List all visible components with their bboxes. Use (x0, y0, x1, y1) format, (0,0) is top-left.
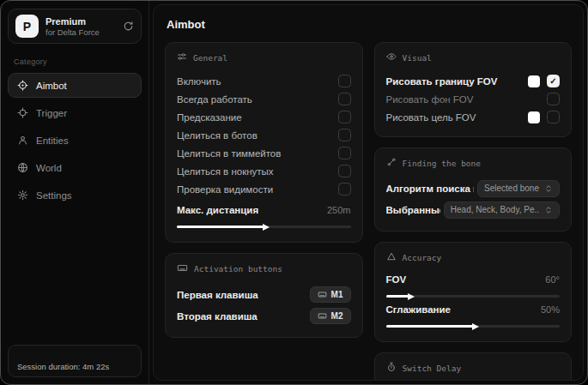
fov-slider-value: 60° (545, 274, 560, 285)
crosshair-icon (17, 80, 28, 91)
product-subtitle: for Delta Force (45, 27, 100, 37)
product-card: P Premium for Delta Force (8, 9, 142, 44)
refresh-icon[interactable] (123, 21, 134, 32)
chevrons-up-down-icon (544, 184, 553, 193)
switch-delay-card: Switch Delay Задержка переключения Задер… (374, 352, 573, 381)
general-card: General Включить Всегда работать Предска… (165, 42, 363, 243)
toggle-row-target-knocked: Целиться в нокнутых (177, 162, 351, 180)
toggle-row-prediction: Предсказание (177, 108, 351, 126)
bone-icon (386, 157, 397, 169)
accuracy-header: Accuracy (386, 251, 561, 263)
smoothing-slider-label: Сглаживание (386, 304, 451, 315)
chevrons-up-down-icon (544, 206, 553, 214)
bone-header: Finding the bone (386, 157, 561, 169)
product-logo: P (15, 15, 39, 38)
session-duration-box: Session duration: 4m 22s (8, 345, 142, 377)
sidebar-item-settings[interactable]: Settings (8, 183, 142, 208)
triangle-icon (386, 251, 397, 263)
first-key-label: Первая клавиша (177, 290, 258, 300)
checkbox-prediction[interactable] (338, 111, 351, 123)
activation-header: Activation buttons (177, 262, 351, 275)
trigger-crosshair-icon (17, 107, 28, 118)
sidebar-item-world[interactable]: World (8, 155, 142, 180)
sidebar-item-label: Entities (36, 135, 69, 146)
accuracy-card: Accuracy FOV 60° Сглаживание (374, 242, 573, 342)
selected-bones-row: Выбранные кости Head, Neck, Body, Pe.. (386, 199, 561, 220)
toggle-row-target-teammates: Целиться в тиммейтов (177, 144, 351, 162)
checkbox-fov-target[interactable] (547, 111, 560, 123)
smoothing-slider-value: 50% (541, 304, 560, 315)
sidebar-item-label: Settings (36, 190, 72, 201)
checkbox-target-knocked[interactable] (338, 165, 351, 177)
visual-header: Visual (386, 51, 561, 63)
keyboard-icon (177, 262, 188, 275)
fov-target-label: Рисовать цель FOV (386, 112, 476, 123)
second-key-button[interactable]: M2 (310, 308, 351, 324)
toggle-row-enable: Включить (177, 72, 351, 90)
smoothing-slider-group: Сглаживание 50% (386, 302, 561, 328)
max-distance-value: 250m (327, 205, 351, 215)
fov-slider-group: FOV 60° (386, 272, 561, 298)
sidebar-item-label: World (36, 163, 62, 173)
toggle-row-target-bots: Целиться в ботов (177, 126, 351, 144)
page-title: Aimbot (167, 18, 570, 31)
sliders-icon (177, 51, 187, 63)
category-label: Category (14, 57, 136, 66)
eye-icon (386, 51, 397, 63)
max-distance-slider[interactable] (177, 226, 351, 228)
finding-bone-card: Finding the bone Алгоритм поиска кости S… (374, 147, 573, 232)
smoothing-slider[interactable] (386, 325, 561, 328)
first-key-button[interactable]: M1 (310, 286, 351, 303)
product-name: Premium (45, 16, 100, 27)
checkbox-always-work[interactable] (338, 93, 351, 105)
fov-border-color-swatch[interactable] (528, 75, 540, 87)
checkbox-fov-border[interactable] (547, 75, 560, 87)
checkbox-enable[interactable] (338, 75, 351, 87)
bone-algorithm-label: Алгоритм поиска кости (386, 183, 475, 194)
entities-person-icon (17, 135, 28, 146)
checkbox-visibility-check[interactable] (338, 183, 351, 196)
fov-slider-label: FOV (386, 274, 407, 285)
session-duration-text: Session duration: 4m 22s (17, 362, 109, 371)
fov-border-row: Рисовать границу FOV (386, 72, 561, 90)
sidebar-item-aimbot[interactable]: Aimbot (8, 73, 142, 98)
main-panel: Aimbot General Включить (153, 4, 584, 381)
toggle-row-visibility-check: Проверка видимости (177, 180, 351, 198)
app-window: P Premium for Delta Force Category Aimbo… (0, 0, 588, 385)
toggle-row-always-work: Всегда работать (177, 90, 351, 108)
selected-bones-select[interactable]: Head, Neck, Body, Pe.. (444, 202, 560, 219)
sidebar-item-trigger[interactable]: Trigger (8, 100, 142, 125)
general-header: General (177, 51, 351, 63)
toggle-label: Проверка видимости (177, 184, 273, 195)
bone-algorithm-row: Алгоритм поиска кости Selected bone (386, 177, 561, 199)
activation-buttons-card: Activation buttons Первая клавиша M1 Вто… (165, 253, 363, 338)
fov-slider[interactable] (386, 295, 561, 298)
sidebar-item-label: Trigger (36, 108, 67, 118)
toggle-label: Целиться в нокнутых (177, 166, 274, 177)
fov-background-row: Рисовать фон FOV (386, 90, 561, 108)
sidebar-item-label: Aimbot (36, 81, 67, 91)
sidebar: P Premium for Delta Force Category Aimbo… (1, 1, 149, 384)
toggle-label: Предсказание (177, 112, 242, 123)
max-distance-label: Макс. дистанция (177, 205, 258, 215)
checkbox-target-teammates[interactable] (338, 147, 351, 159)
bone-algorithm-select[interactable]: Selected bone (477, 180, 560, 197)
gear-icon (17, 189, 28, 201)
checkbox-fov-background[interactable] (547, 93, 560, 105)
second-key-label: Вторая клавиша (177, 311, 258, 322)
stopwatch-icon (386, 362, 397, 374)
toggle-label: Включить (177, 76, 221, 87)
second-key-row: Вторая клавиша M2 (177, 305, 351, 327)
sidebar-item-entities[interactable]: Entities (8, 128, 142, 153)
toggle-label: Целиться в ботов (177, 130, 258, 141)
max-distance-slider-group: Макс. дистанция 250m (177, 202, 351, 228)
first-key-row: Первая клавиша M1 (177, 284, 351, 305)
toggle-label: Целиться в тиммейтов (177, 148, 281, 159)
fov-border-label: Рисовать границу FOV (386, 76, 498, 87)
switch-delay-header: Switch Delay (386, 362, 561, 374)
fov-target-color-swatch[interactable] (528, 111, 540, 123)
fov-target-row: Рисовать цель FOV (386, 108, 561, 126)
checkbox-target-bots[interactable] (338, 129, 351, 141)
selected-bones-label: Выбранные кости (386, 205, 440, 215)
globe-icon (17, 162, 28, 173)
